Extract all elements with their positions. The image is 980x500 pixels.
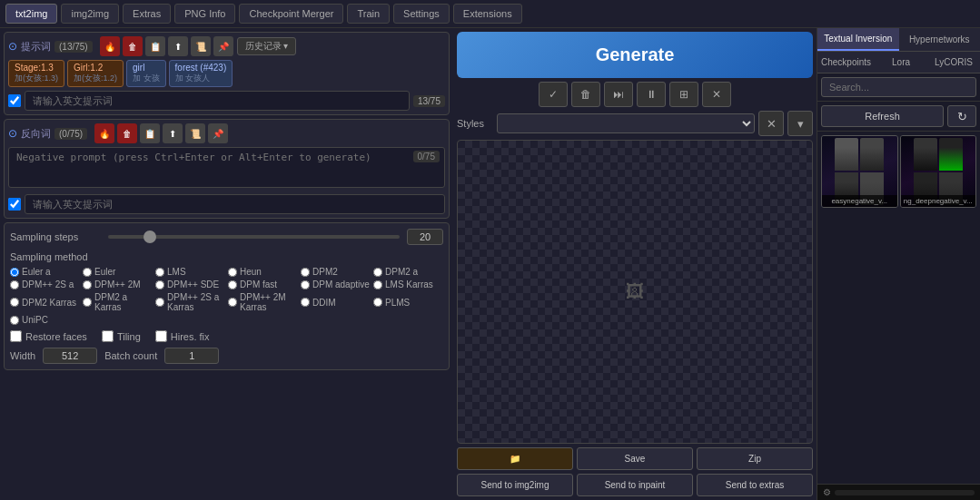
neg-prompt-container: 0/75 bbox=[8, 147, 445, 191]
styles-select[interactable] bbox=[497, 113, 755, 133]
sampler-plms[interactable]: PLMS bbox=[373, 292, 443, 312]
upload-btn[interactable]: ⬆ bbox=[168, 36, 188, 56]
neg-flame-btn[interactable]: 🔥 bbox=[94, 123, 114, 143]
styles-clear-btn[interactable]: ✕ bbox=[758, 111, 784, 136]
tag-girl[interactable]: girl加 女孩 bbox=[126, 60, 166, 87]
gen-trash-btn[interactable]: 🗑 bbox=[571, 82, 600, 107]
hires-fix-checkbox[interactable]: Hires. fix bbox=[155, 330, 210, 342]
right-tabs-2: Checkpoints Lora LyCORIS bbox=[817, 52, 980, 74]
sampler-dpmppsde[interactable]: DPM++ SDE bbox=[155, 279, 225, 289]
send-extras-btn[interactable]: Send to extras bbox=[697, 474, 813, 496]
styles-apply-btn[interactable]: ▾ bbox=[787, 111, 813, 136]
tab-lycoris[interactable]: LyCORIS bbox=[927, 52, 980, 73]
steps-label: Sampling steps bbox=[10, 231, 101, 242]
sampler-dpm2akarras[interactable]: DPM2 a Karras bbox=[83, 292, 153, 312]
neg-token-count: (0/75) bbox=[54, 128, 87, 140]
neg-prompt-toggle[interactable]: ⊙ bbox=[8, 127, 17, 140]
tag-forest[interactable]: forest (#423)加 女孩人 bbox=[169, 60, 233, 87]
tab-checkpoint-merger[interactable]: Checkpoint Merger bbox=[239, 4, 343, 24]
neg-enable-checkbox[interactable] bbox=[8, 198, 21, 211]
tab-extras[interactable]: Extras bbox=[123, 4, 171, 24]
send-img2img-btn[interactable]: Send to img2img bbox=[457, 474, 573, 496]
thumbnail-grid: easynegative_v... ng_deepnegative_v... bbox=[817, 132, 980, 484]
neg-paste-btn[interactable]: 📌 bbox=[208, 123, 228, 143]
neg-trash-btn[interactable]: 🗑 bbox=[117, 123, 137, 143]
neg-prompt-label: 反向词 bbox=[21, 127, 51, 141]
history-dropdown[interactable]: 历史记录 ▾ bbox=[237, 37, 297, 55]
neg-history-btn[interactable]: 📜 bbox=[185, 123, 205, 143]
refresh-button[interactable]: Refresh bbox=[821, 105, 944, 127]
tag-stage[interactable]: Stage:1.3加(女孩:1.3) bbox=[8, 60, 64, 87]
neg-token-counter: 0/75 bbox=[413, 151, 440, 162]
send-inpaint-btn[interactable]: Send to inpaint bbox=[577, 474, 693, 496]
sampler-dpmpp2mkarras[interactable]: DPM++ 2M Karras bbox=[228, 292, 298, 312]
sampler-section: Sampling steps 20 Sampling method Euler … bbox=[4, 222, 450, 370]
neg-prompt-textarea[interactable] bbox=[8, 147, 445, 188]
steps-slider[interactable] bbox=[108, 235, 400, 239]
sampler-lmskarras[interactable]: LMS Karras bbox=[373, 279, 443, 289]
sampler-dpmpp2sa[interactable]: DPM++ 2S a bbox=[10, 279, 80, 289]
sampler-euler-a[interactable]: Euler a bbox=[10, 267, 80, 277]
open-folder-btn[interactable]: 📁 bbox=[457, 447, 573, 470]
positive-prompt-section: ⊙ 提示词 (13/75) 🔥 🗑 📋 ⬆ 📜 📌 历史记录 ▾ bbox=[4, 32, 450, 115]
gen-x-btn[interactable]: ✕ bbox=[702, 82, 731, 107]
sampler-unipc[interactable]: UniPC bbox=[10, 315, 80, 325]
tab-train[interactable]: Train bbox=[347, 4, 390, 24]
paste-btn[interactable]: 📌 bbox=[213, 36, 233, 56]
generate-button[interactable]: Generate bbox=[457, 32, 813, 78]
neg-prompt-input[interactable] bbox=[25, 194, 445, 214]
search-input[interactable] bbox=[821, 77, 976, 97]
sampler-dpmpp2sakarras[interactable]: DPM++ 2S a Karras bbox=[155, 292, 225, 312]
copy-btn[interactable]: 📋 bbox=[145, 36, 165, 56]
save-btn[interactable]: Save bbox=[577, 447, 693, 470]
thumbnail-deepnegative[interactable]: ng_deepnegative_v... bbox=[900, 135, 977, 208]
left-panel: ⊙ 提示词 (13/75) 🔥 🗑 📋 ⬆ 📜 📌 历史记录 ▾ bbox=[0, 28, 453, 500]
sampler-dpm2[interactable]: DPM2 bbox=[301, 267, 371, 277]
tiling-checkbox[interactable]: Tiling bbox=[102, 330, 141, 342]
sampler-dpmadaptive[interactable]: DPM adaptive bbox=[301, 279, 371, 289]
tag-girl12[interactable]: Girl:1.2加(女孩:1.2) bbox=[67, 60, 124, 87]
tab-lora[interactable]: Lora bbox=[875, 52, 927, 73]
sampler-lms[interactable]: LMS bbox=[155, 267, 225, 277]
zip-btn[interactable]: Zip bbox=[697, 447, 813, 470]
gen-pause-btn[interactable]: ⏸ bbox=[637, 82, 666, 107]
thumbnail-easynegative[interactable]: easynegative_v... bbox=[821, 135, 898, 208]
token-count-inline: 13/75 bbox=[413, 95, 445, 107]
tab-checkpoints[interactable]: Checkpoints bbox=[817, 52, 875, 73]
sampler-ddim[interactable]: DDIM bbox=[301, 292, 371, 312]
prompt-input[interactable] bbox=[25, 91, 410, 111]
neg-copy-btn[interactable]: 📋 bbox=[140, 123, 160, 143]
tab-txt2img[interactable]: txt2img bbox=[5, 4, 57, 24]
tags-row: Stage:1.3加(女孩:1.3) Girl:1.2加(女孩:1.2) gir… bbox=[8, 60, 445, 87]
neg-upload-btn[interactable]: ⬆ bbox=[163, 123, 183, 143]
prompt-enable-checkbox[interactable] bbox=[8, 94, 21, 107]
gen-check-btn[interactable]: ✓ bbox=[539, 82, 568, 107]
tab-pnginfo[interactable]: PNG Info bbox=[174, 4, 235, 24]
right-panel: Textual Inversion Hypernetworks Checkpoi… bbox=[817, 28, 980, 500]
width-input[interactable] bbox=[43, 348, 97, 364]
right-search-area bbox=[817, 74, 980, 102]
refresh-icon-btn[interactable]: ↻ bbox=[947, 105, 976, 127]
restore-faces-checkbox[interactable]: Restore faces bbox=[10, 330, 87, 342]
sampler-dpm2karras[interactable]: DPM2 Karras bbox=[10, 292, 80, 312]
width-label: Width bbox=[10, 350, 35, 361]
sampler-dpmpp2m[interactable]: DPM++ 2M bbox=[83, 279, 153, 289]
gen-grid-btn[interactable]: ⊞ bbox=[669, 82, 698, 107]
gear-icon[interactable]: ⚙ bbox=[823, 487, 831, 497]
sampler-dpm2a[interactable]: DPM2 a bbox=[373, 267, 443, 277]
batch-count-input[interactable] bbox=[164, 348, 219, 364]
tab-settings[interactable]: Settings bbox=[393, 4, 450, 24]
tab-hypernetworks[interactable]: Hypernetworks bbox=[899, 28, 981, 51]
tab-textual-inversion[interactable]: Textual Inversion bbox=[817, 28, 899, 51]
prompt-toggle[interactable]: ⊙ bbox=[8, 40, 17, 53]
sampler-heun[interactable]: Heun bbox=[228, 267, 298, 277]
history-btn2[interactable]: 📜 bbox=[191, 36, 211, 56]
gen-skip-btn[interactable]: ⏭ bbox=[604, 82, 633, 107]
sampler-euler[interactable]: Euler bbox=[83, 267, 153, 277]
tab-img2img[interactable]: img2img bbox=[61, 4, 119, 24]
trash-btn[interactable]: 🗑 bbox=[123, 36, 143, 56]
mid-panel: Generate ✓ 🗑 ⏭ ⏸ ⊞ ✕ Styles ✕ ▾ 🖼 📁 Sav bbox=[453, 28, 817, 500]
flame-btn[interactable]: 🔥 bbox=[100, 36, 120, 56]
tab-extensions[interactable]: Extensions bbox=[453, 4, 522, 24]
sampler-dpmfast[interactable]: DPM fast bbox=[228, 279, 298, 289]
